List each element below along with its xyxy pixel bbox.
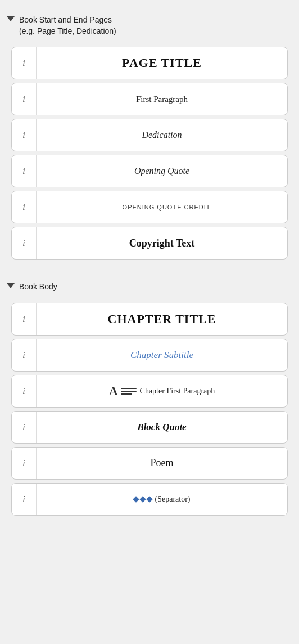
section-book-start-end: Book Start and End Pages (e.g. Page Titl… — [0, 9, 299, 271]
drop-cap-line — [121, 388, 137, 389]
drop-cap-line — [121, 391, 137, 392]
style-text-opening-quote: Opening Quote — [134, 166, 189, 176]
info-button-dedication[interactable]: i — [12, 119, 37, 151]
style-item-chapter-first-paragraph[interactable]: iAChapter First Paragraph — [11, 375, 288, 408]
separator-diamonds — [134, 497, 152, 502]
info-button-chapter-first-paragraph[interactable]: i — [12, 375, 37, 407]
style-item-separator[interactable]: i(Separator) — [11, 483, 288, 516]
style-label-chapter-title: CHAPTER TITLE — [37, 306, 287, 332]
style-text-label-chapter-first-paragraph: Chapter First Paragraph — [140, 387, 215, 396]
info-button-opening-quote-credit[interactable]: i — [12, 191, 37, 223]
drop-cap-letter: A — [109, 385, 118, 397]
info-button-poem[interactable]: i — [12, 448, 37, 479]
separator-diamond — [146, 496, 152, 502]
style-text-dedication: Dedication — [142, 130, 182, 140]
style-label-copyright-text: Copyright Text — [37, 232, 287, 255]
drop-cap-line — [121, 393, 132, 395]
style-item-opening-quote[interactable]: iOpening Quote — [11, 155, 288, 187]
section-title-book-body: Book Body — [19, 281, 57, 293]
style-label-first-paragraph: First Paragraph — [37, 89, 287, 110]
style-label-opening-quote: Opening Quote — [37, 160, 287, 182]
section-header-book-body[interactable]: Book Body — [0, 276, 299, 298]
style-item-first-paragraph[interactable]: iFirst Paragraph — [11, 83, 288, 115]
style-text-opening-quote-credit: — OPENING QUOTE CREDIT — [114, 204, 211, 211]
separator-diamond — [139, 496, 146, 502]
section-items-book-body: iCHAPTER TITLEiChapter SubtitleiAChapter… — [0, 298, 299, 525]
style-text-block-quote: Block Quote — [137, 422, 186, 433]
style-label-dedication: Dedication — [37, 124, 287, 146]
section-arrow-book-body — [7, 283, 15, 288]
style-text-chapter-first-paragraph: AChapter First Paragraph — [109, 385, 215, 397]
style-item-opening-quote-credit[interactable]: i— OPENING QUOTE CREDIT — [11, 191, 288, 223]
style-item-block-quote[interactable]: iBlock Quote — [11, 411, 288, 444]
style-label-poem: Poem — [37, 451, 287, 475]
style-text-poem: Poem — [150, 457, 173, 469]
info-button-chapter-title[interactable]: i — [12, 303, 37, 335]
style-label-page-title: PAGE TITLE — [37, 50, 287, 76]
style-label-block-quote: Block Quote — [37, 416, 287, 439]
drop-cap-lines — [121, 388, 137, 395]
section-book-body: Book BodyiCHAPTER TITLEiChapter Subtitle… — [0, 276, 299, 525]
drop-cap-icon: A — [109, 385, 137, 397]
section-items-book-start-end: iPAGE TITLEiFirst ParagraphiDedicationiO… — [0, 42, 299, 269]
style-text-first-paragraph: First Paragraph — [136, 95, 188, 104]
style-item-dedication[interactable]: iDedication — [11, 119, 288, 151]
style-item-chapter-title[interactable]: iCHAPTER TITLE — [11, 303, 288, 336]
style-text-chapter-subtitle: Chapter Subtitle — [130, 350, 193, 361]
style-text-page-title: PAGE TITLE — [122, 56, 202, 70]
section-divider — [9, 271, 290, 271]
page-container: Book Start and End Pages (e.g. Page Titl… — [0, 9, 299, 525]
style-item-poem[interactable]: iPoem — [11, 447, 288, 480]
style-text-separator: (Separator) — [134, 495, 191, 504]
info-button-page-title[interactable]: i — [12, 47, 37, 79]
style-text-chapter-title: CHAPTER TITLE — [108, 312, 216, 327]
style-item-page-title[interactable]: iPAGE TITLE — [11, 47, 288, 79]
style-label-chapter-first-paragraph: AChapter First Paragraph — [37, 379, 287, 403]
info-button-opening-quote[interactable]: i — [12, 155, 37, 187]
style-label-opening-quote-credit: — OPENING QUOTE CREDIT — [37, 198, 287, 216]
section-header-book-start-end[interactable]: Book Start and End Pages (e.g. Page Titl… — [0, 9, 299, 42]
separator-diamond — [133, 496, 139, 502]
section-title-book-start-end: Book Start and End Pages (e.g. Page Titl… — [19, 15, 116, 37]
info-button-block-quote[interactable]: i — [12, 412, 37, 443]
info-button-copyright-text[interactable]: i — [12, 227, 37, 259]
style-text-copyright-text: Copyright Text — [129, 238, 195, 249]
style-label-separator: (Separator) — [37, 489, 287, 509]
section-arrow-book-start-end — [7, 16, 15, 21]
style-item-chapter-subtitle[interactable]: iChapter Subtitle — [11, 339, 288, 372]
info-button-chapter-subtitle[interactable]: i — [12, 339, 37, 371]
info-button-separator[interactable]: i — [12, 484, 37, 515]
style-label-chapter-subtitle: Chapter Subtitle — [37, 344, 287, 366]
style-text-label-separator: (Separator) — [155, 495, 191, 504]
info-button-first-paragraph[interactable]: i — [12, 83, 37, 115]
style-item-copyright-text[interactable]: iCopyright Text — [11, 227, 288, 260]
